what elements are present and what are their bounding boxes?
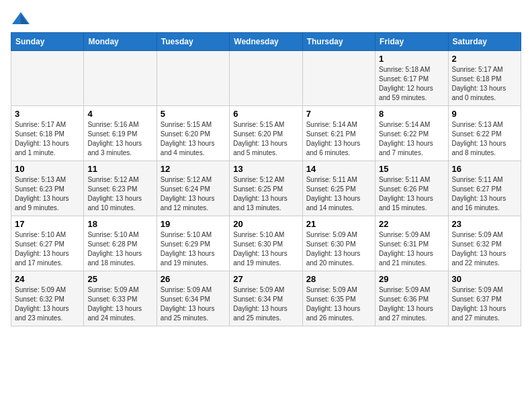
calendar-cell: 19Sunrise: 5:10 AM Sunset: 6:29 PM Dayli… — [157, 216, 229, 271]
day-info: Sunrise: 5:09 AM Sunset: 6:34 PM Dayligh… — [161, 285, 226, 323]
day-info: Sunrise: 5:18 AM Sunset: 6:17 PM Dayligh… — [379, 65, 444, 103]
calendar-cell: 16Sunrise: 5:11 AM Sunset: 6:27 PM Dayli… — [448, 161, 521, 216]
column-header-wednesday: Wednesday — [230, 33, 302, 51]
calendar-cell — [230, 51, 302, 106]
day-info: Sunrise: 5:17 AM Sunset: 6:18 PM Dayligh… — [15, 120, 80, 158]
calendar-cell: 18Sunrise: 5:10 AM Sunset: 6:28 PM Dayli… — [84, 216, 157, 271]
calendar-week-row: 24Sunrise: 5:09 AM Sunset: 6:32 PM Dayli… — [11, 271, 521, 326]
calendar-cell: 11Sunrise: 5:12 AM Sunset: 6:23 PM Dayli… — [84, 161, 157, 216]
day-number: 10 — [15, 164, 80, 174]
day-number: 22 — [379, 219, 444, 229]
day-number: 30 — [452, 274, 517, 284]
calendar-cell — [157, 51, 229, 106]
calendar-cell: 22Sunrise: 5:09 AM Sunset: 6:31 PM Dayli… — [375, 216, 448, 271]
calendar-cell: 17Sunrise: 5:10 AM Sunset: 6:27 PM Dayli… — [11, 216, 84, 271]
day-info: Sunrise: 5:13 AM Sunset: 6:23 PM Dayligh… — [15, 175, 80, 213]
calendar-week-row: 17Sunrise: 5:10 AM Sunset: 6:27 PM Dayli… — [11, 216, 521, 271]
day-number: 16 — [452, 164, 517, 174]
calendar-cell: 23Sunrise: 5:09 AM Sunset: 6:32 PM Dayli… — [448, 216, 521, 271]
calendar-cell: 5Sunrise: 5:15 AM Sunset: 6:20 PM Daylig… — [157, 106, 229, 161]
calendar-cell: 26Sunrise: 5:09 AM Sunset: 6:34 PM Dayli… — [157, 271, 229, 326]
day-number: 13 — [233, 164, 298, 174]
day-number: 29 — [379, 274, 444, 284]
day-number: 11 — [87, 164, 152, 174]
day-info: Sunrise: 5:09 AM Sunset: 6:31 PM Dayligh… — [379, 230, 444, 268]
day-info: Sunrise: 5:09 AM Sunset: 6:37 PM Dayligh… — [452, 285, 517, 323]
day-number: 19 — [161, 219, 226, 229]
day-number: 18 — [87, 219, 152, 229]
calendar-cell: 6Sunrise: 5:15 AM Sunset: 6:20 PM Daylig… — [230, 106, 302, 161]
column-header-saturday: Saturday — [448, 33, 521, 51]
day-number: 27 — [233, 274, 298, 284]
calendar-week-row: 10Sunrise: 5:13 AM Sunset: 6:23 PM Dayli… — [11, 161, 521, 216]
calendar-cell — [84, 51, 157, 106]
day-number: 20 — [233, 219, 298, 229]
day-info: Sunrise: 5:09 AM Sunset: 6:32 PM Dayligh… — [452, 230, 517, 268]
calendar-cell — [11, 51, 84, 106]
calendar-cell — [302, 51, 375, 106]
calendar-cell: 10Sunrise: 5:13 AM Sunset: 6:23 PM Dayli… — [11, 161, 84, 216]
day-info: Sunrise: 5:10 AM Sunset: 6:30 PM Dayligh… — [233, 230, 298, 268]
day-number: 14 — [306, 164, 371, 174]
day-number: 23 — [452, 219, 517, 229]
calendar-cell: 25Sunrise: 5:09 AM Sunset: 6:33 PM Dayli… — [84, 271, 157, 326]
day-info: Sunrise: 5:14 AM Sunset: 6:22 PM Dayligh… — [379, 120, 444, 158]
day-info: Sunrise: 5:11 AM Sunset: 6:27 PM Dayligh… — [452, 175, 517, 213]
day-info: Sunrise: 5:16 AM Sunset: 6:19 PM Dayligh… — [87, 120, 152, 158]
day-info: Sunrise: 5:09 AM Sunset: 6:35 PM Dayligh… — [306, 285, 371, 323]
column-header-friday: Friday — [375, 33, 448, 51]
day-number: 4 — [87, 109, 152, 119]
column-header-tuesday: Tuesday — [157, 33, 229, 51]
day-number: 15 — [379, 164, 444, 174]
calendar-cell: 14Sunrise: 5:11 AM Sunset: 6:25 PM Dayli… — [302, 161, 375, 216]
logo — [11, 11, 34, 27]
calendar-cell: 2Sunrise: 5:17 AM Sunset: 6:18 PM Daylig… — [448, 51, 521, 106]
day-number: 26 — [161, 274, 226, 284]
day-number: 24 — [15, 274, 80, 284]
day-number: 6 — [233, 109, 298, 119]
day-number: 2 — [452, 54, 517, 64]
day-info: Sunrise: 5:17 AM Sunset: 6:18 PM Dayligh… — [452, 65, 517, 103]
column-header-sunday: Sunday — [11, 33, 84, 51]
calendar-header-row: SundayMondayTuesdayWednesdayThursdayFrid… — [11, 33, 521, 51]
day-info: Sunrise: 5:11 AM Sunset: 6:25 PM Dayligh… — [306, 175, 371, 213]
day-number: 7 — [306, 109, 371, 119]
day-number: 9 — [452, 109, 517, 119]
day-number: 21 — [306, 219, 371, 229]
day-number: 5 — [161, 109, 226, 119]
calendar-cell: 12Sunrise: 5:12 AM Sunset: 6:24 PM Dayli… — [157, 161, 229, 216]
day-info: Sunrise: 5:10 AM Sunset: 6:28 PM Dayligh… — [87, 230, 152, 268]
header — [11, 11, 521, 27]
day-info: Sunrise: 5:15 AM Sunset: 6:20 PM Dayligh… — [233, 120, 298, 158]
day-info: Sunrise: 5:14 AM Sunset: 6:21 PM Dayligh… — [306, 120, 371, 158]
day-info: Sunrise: 5:12 AM Sunset: 6:25 PM Dayligh… — [233, 175, 298, 213]
day-info: Sunrise: 5:09 AM Sunset: 6:30 PM Dayligh… — [306, 230, 371, 268]
column-header-monday: Monday — [84, 33, 157, 51]
calendar-cell: 29Sunrise: 5:09 AM Sunset: 6:36 PM Dayli… — [375, 271, 448, 326]
calendar-cell: 9Sunrise: 5:13 AM Sunset: 6:22 PM Daylig… — [448, 106, 521, 161]
calendar-cell: 20Sunrise: 5:10 AM Sunset: 6:30 PM Dayli… — [230, 216, 302, 271]
day-number: 12 — [161, 164, 226, 174]
day-number: 28 — [306, 274, 371, 284]
calendar-cell: 27Sunrise: 5:09 AM Sunset: 6:34 PM Dayli… — [230, 271, 302, 326]
calendar-cell: 15Sunrise: 5:11 AM Sunset: 6:26 PM Dayli… — [375, 161, 448, 216]
calendar-cell: 13Sunrise: 5:12 AM Sunset: 6:25 PM Dayli… — [230, 161, 302, 216]
calendar-cell: 21Sunrise: 5:09 AM Sunset: 6:30 PM Dayli… — [302, 216, 375, 271]
calendar-table: SundayMondayTuesdayWednesdayThursdayFrid… — [11, 32, 521, 326]
calendar-cell: 30Sunrise: 5:09 AM Sunset: 6:37 PM Dayli… — [448, 271, 521, 326]
calendar-cell: 1Sunrise: 5:18 AM Sunset: 6:17 PM Daylig… — [375, 51, 448, 106]
column-header-thursday: Thursday — [302, 33, 375, 51]
day-info: Sunrise: 5:13 AM Sunset: 6:22 PM Dayligh… — [452, 120, 517, 158]
calendar-week-row: 3Sunrise: 5:17 AM Sunset: 6:18 PM Daylig… — [11, 106, 521, 161]
day-info: Sunrise: 5:12 AM Sunset: 6:24 PM Dayligh… — [161, 175, 226, 213]
day-number: 25 — [87, 274, 152, 284]
day-info: Sunrise: 5:09 AM Sunset: 6:33 PM Dayligh… — [87, 285, 152, 323]
day-number: 3 — [15, 109, 80, 119]
day-info: Sunrise: 5:11 AM Sunset: 6:26 PM Dayligh… — [379, 175, 444, 213]
calendar-cell: 28Sunrise: 5:09 AM Sunset: 6:35 PM Dayli… — [302, 271, 375, 326]
day-info: Sunrise: 5:12 AM Sunset: 6:23 PM Dayligh… — [87, 175, 152, 213]
logo-icon — [11, 11, 31, 27]
calendar-cell: 3Sunrise: 5:17 AM Sunset: 6:18 PM Daylig… — [11, 106, 84, 161]
day-info: Sunrise: 5:10 AM Sunset: 6:27 PM Dayligh… — [15, 230, 80, 268]
day-info: Sunrise: 5:09 AM Sunset: 6:32 PM Dayligh… — [15, 285, 80, 323]
